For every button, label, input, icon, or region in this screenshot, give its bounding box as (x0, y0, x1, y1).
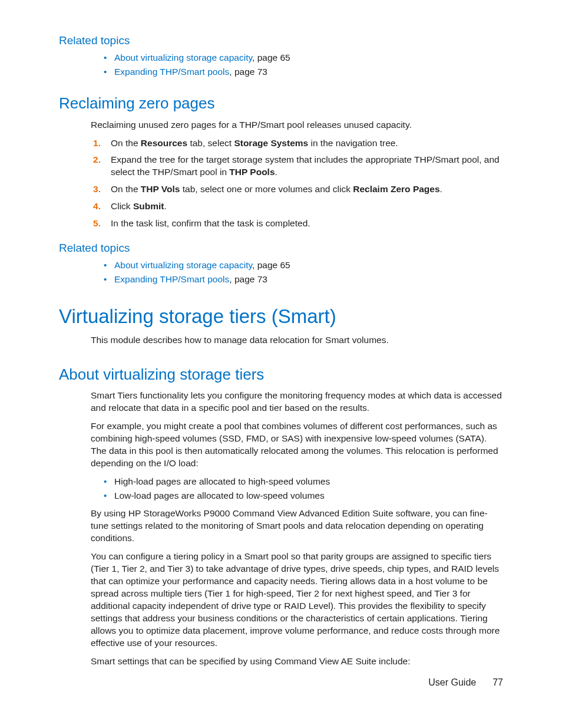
step-4: Click Submit. (91, 200, 503, 213)
reclaiming-body: Reclaiming unused zero pages for a THP/S… (91, 119, 503, 230)
related-topics-heading: Related topics (59, 241, 503, 256)
link-suffix: , page 65 (252, 52, 290, 62)
list-item: Expanding THP/Smart pools, page 73 (104, 66, 503, 78)
list-item: About virtualizing storage capacity, pag… (104, 52, 503, 64)
section-heading-about: About virtualizing storage tiers (59, 364, 503, 385)
related-link[interactable]: About virtualizing storage capacity (114, 260, 252, 270)
about-p4: You can configure a tiering policy in a … (91, 551, 503, 649)
step-text: . (440, 184, 442, 194)
step-2: Expand the tree for the target storage s… (91, 154, 503, 179)
about-p1: Smart Tiers functionality lets you confi… (91, 390, 503, 414)
about-p5: Smart settings that can be specified by … (91, 655, 503, 668)
step-1: On the Resources tab, select Storage Sys… (91, 137, 503, 150)
step-bold: Submit (133, 201, 164, 211)
reclaiming-intro: Reclaiming unused zero pages for a THP/S… (91, 119, 503, 131)
step-text: Click (111, 201, 133, 211)
list-item: Expanding THP/Smart pools, page 73 (104, 274, 503, 286)
step-bold: Resources (141, 138, 187, 148)
list-item: High-load pages are allocated to high-sp… (104, 476, 503, 488)
step-text: On the (111, 184, 141, 194)
related-topics-heading: Related topics (59, 33, 503, 48)
about-p2: For example, you might create a pool tha… (91, 420, 503, 470)
list-item: Low-load pages are allocated to low-spee… (104, 490, 503, 502)
step-bold: THP Vols (141, 184, 180, 194)
virt-intro: This module describes how to manage data… (91, 334, 503, 347)
step-text: Expand the tree for the target storage s… (111, 154, 500, 177)
step-text: tab, select (187, 138, 234, 148)
step-bold: THP Pools (229, 167, 275, 177)
step-bold: Reclaim Zero Pages (353, 184, 439, 194)
bullet-text: High-load pages are allocated to high-sp… (114, 476, 330, 486)
list-item: About virtualizing storage capacity, pag… (104, 259, 503, 272)
page-number: 77 (492, 677, 503, 687)
link-suffix: , page 73 (229, 274, 267, 284)
related-link[interactable]: About virtualizing storage capacity (114, 52, 252, 62)
steps-list: On the Resources tab, select Storage Sys… (91, 137, 503, 230)
related-topics-list: About virtualizing storage capacity, pag… (91, 52, 503, 78)
related-topics-list: About virtualizing storage capacity, pag… (91, 259, 503, 286)
page: Related topics About virtualizing storag… (0, 0, 562, 728)
step-text: tab, select one or more volumes and clic… (180, 184, 353, 194)
step-text: On the (111, 138, 141, 148)
step-3: On the THP Vols tab, select one or more … (91, 183, 503, 196)
step-text: in the navigation tree. (308, 138, 398, 148)
bullet-text: Low-load pages are allocated to low-spee… (114, 490, 325, 500)
virt-intro-block: This module describes how to manage data… (91, 334, 503, 347)
page-footer: User Guide77 (428, 676, 503, 689)
about-body: Smart Tiers functionality lets you confi… (91, 390, 503, 667)
step-text: . (164, 201, 166, 211)
link-suffix: , page 73 (229, 67, 267, 77)
step-text: In the task list, confirm that the task … (111, 218, 310, 228)
section-heading-virtualizing: Virtualizing storage tiers (Smart) (59, 304, 503, 330)
step-text: . (275, 167, 277, 177)
related-link[interactable]: Expanding THP/Smart pools (114, 274, 229, 284)
link-suffix: , page 65 (252, 260, 290, 270)
footer-label: User Guide (428, 677, 476, 687)
about-p3: By using HP StorageWorks P9000 Command V… (91, 508, 503, 545)
section-heading-reclaiming: Reclaiming zero pages (59, 93, 503, 114)
step-bold: Storage Systems (234, 138, 308, 148)
step-5: In the task list, confirm that the task … (91, 218, 503, 230)
related-link[interactable]: Expanding THP/Smart pools (114, 67, 229, 77)
